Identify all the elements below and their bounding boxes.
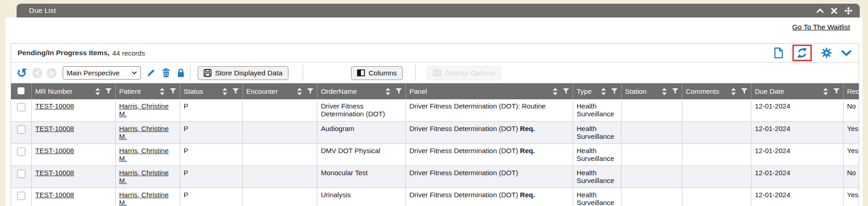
pending-items-panel: Pending/In Progress Items, 44 records <box>11 43 859 206</box>
store-displayed-data-button[interactable]: Store Displayed Data <box>198 66 288 80</box>
filter-icon[interactable] <box>563 88 569 94</box>
column-header-comments[interactable]: Comments <box>682 83 751 99</box>
row-checkbox[interactable] <box>17 103 25 111</box>
mr-number-link-cell: TEST-10008 <box>31 166 115 188</box>
patient-link[interactable]: Harris, Christine M. <box>119 191 169 206</box>
checkbox-cell <box>11 166 31 188</box>
filter-icon[interactable] <box>232 88 239 94</box>
select-all-checkbox[interactable] <box>18 87 24 94</box>
filter-icon[interactable] <box>833 88 840 94</box>
column-label: Patient <box>119 87 141 95</box>
column-header-panel[interactable]: Panel <box>405 83 573 99</box>
mr-number-link-cell: TEST-10008 <box>31 188 115 206</box>
encounter-cell <box>242 121 317 143</box>
perspective-select[interactable]: Main Perspective <box>63 66 141 80</box>
row-checkbox[interactable] <box>17 170 25 178</box>
type-cell: Health Surveillance <box>573 99 621 121</box>
sort-icon[interactable] <box>823 88 828 95</box>
edit-pencil-icon[interactable] <box>145 68 157 78</box>
refresh-icon[interactable] <box>796 47 808 58</box>
filter-icon[interactable] <box>307 88 314 94</box>
type-cell: Health Surveillance <box>573 166 621 188</box>
patient-link[interactable]: Harris, Christine M. <box>119 102 169 118</box>
patient-link-cell: Harris, Christine M. <box>115 99 180 121</box>
patient-link-cell: Harris, Christine M. <box>115 166 180 188</box>
due-date-cell: 12-01-2024 <box>751 121 843 143</box>
due-date-cell: 12-01-2024 <box>751 143 843 166</box>
filter-icon[interactable] <box>672 88 679 94</box>
sort-icon[interactable] <box>160 88 164 95</box>
sort-icon[interactable] <box>731 88 736 95</box>
column-header-type[interactable]: Type <box>573 83 621 99</box>
sort-icon[interactable] <box>662 88 667 95</box>
status-cell: P <box>180 121 242 143</box>
patient-link[interactable]: Harris, Christine M. <box>119 169 169 184</box>
toolbar-separator <box>303 65 303 81</box>
row-checkbox[interactable] <box>17 148 25 156</box>
req-cell: Yes <box>843 121 859 143</box>
filter-icon[interactable] <box>395 88 402 94</box>
columns-button[interactable]: Columns <box>351 66 403 80</box>
move-icon[interactable] <box>845 7 852 15</box>
panel-title: Pending/In Progress Items, <box>18 49 110 57</box>
panel-cell: Driver Fitness Determination (DOT): Rout… <box>405 99 573 121</box>
req-cell: No <box>843 166 859 188</box>
column-label: Status <box>184 87 204 95</box>
sort-icon[interactable] <box>95 88 100 95</box>
toolbar-separator <box>190 65 191 81</box>
panel-cell: Driver Fitness Determination (DOT) Req. <box>405 188 573 206</box>
collapse-icon[interactable] <box>816 8 824 13</box>
next-perspective-button[interactable] <box>47 68 57 78</box>
order-name-cell: Driver Fitness Determination (DOT) <box>317 99 405 121</box>
patient-link[interactable]: Harris, Christine M. <box>119 125 169 140</box>
column-header-encounter[interactable]: Encounter <box>242 83 317 99</box>
sort-icon[interactable] <box>223 88 227 95</box>
select-chevron-icon <box>132 71 137 74</box>
mr-number-link[interactable]: TEST-10008 <box>35 102 74 110</box>
filter-icon[interactable] <box>611 88 618 94</box>
column-header-mr-number[interactable]: MR Number <box>31 83 115 99</box>
encounter-cell <box>242 99 317 121</box>
column-header-status[interactable]: Status <box>180 83 242 99</box>
row-checkbox[interactable] <box>17 192 25 200</box>
sort-icon[interactable] <box>601 88 606 95</box>
status-cell: P <box>180 188 242 206</box>
column-header-req[interactable]: Req <box>843 83 859 99</box>
sort-icon[interactable] <box>553 88 557 95</box>
mr-number-link[interactable]: TEST-10008 <box>35 125 74 132</box>
type-cell: Health Surveillance <box>573 188 621 206</box>
table-row: TEST-10008Harris, Christine M.PMonocular… <box>11 166 859 188</box>
filter-icon[interactable] <box>741 88 748 94</box>
comments-cell <box>682 188 751 206</box>
row-checkbox[interactable] <box>17 126 25 134</box>
close-icon[interactable] <box>831 8 837 14</box>
settings-gear-icon[interactable] <box>821 47 832 58</box>
mr-number-link-cell: TEST-10008 <box>31 143 115 166</box>
sort-icon[interactable] <box>297 88 302 95</box>
window-titlebar: Due List <box>17 4 860 17</box>
due-date-cell: 12-01-2024 <box>751 166 843 188</box>
column-header-due-date[interactable]: Due Date <box>751 83 843 99</box>
column-header-patient[interactable]: Patient <box>115 83 180 99</box>
filter-icon[interactable] <box>105 88 112 94</box>
mr-number-link[interactable]: TEST-10008 <box>35 169 74 177</box>
chevron-down-icon[interactable] <box>841 50 851 56</box>
patient-link[interactable]: Harris, Christine M. <box>119 147 169 162</box>
sort-icon[interactable] <box>386 88 390 95</box>
patient-link-cell: Harris, Christine M. <box>115 121 180 143</box>
delete-trash-icon[interactable] <box>161 68 171 78</box>
undo-icon[interactable]: ↺ <box>16 67 28 79</box>
filter-icon[interactable] <box>170 88 176 94</box>
go-to-waitlist-link[interactable]: Go To The Waitlist <box>792 23 850 31</box>
column-header-ordername[interactable]: OrderName <box>317 83 405 99</box>
mr-number-link[interactable]: TEST-10008 <box>35 147 74 154</box>
display-options-button: Display Options <box>427 66 501 80</box>
checkbox-cell <box>11 143 31 166</box>
lock-icon[interactable] <box>176 68 186 78</box>
mr-number-link[interactable]: TEST-10008 <box>35 191 74 199</box>
station-cell <box>621 99 682 121</box>
comments-cell <box>682 99 751 121</box>
previous-perspective-button[interactable] <box>32 68 42 78</box>
column-header-station[interactable]: Station <box>621 83 682 99</box>
new-document-icon[interactable] <box>774 47 783 58</box>
